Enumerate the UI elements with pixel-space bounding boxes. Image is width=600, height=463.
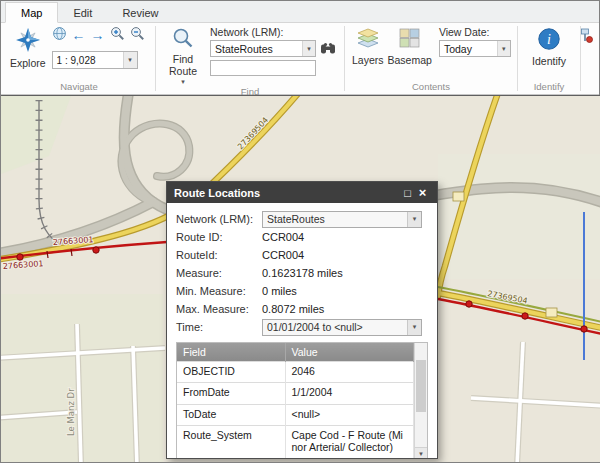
field-row-network: Network (LRM): StateRoutes ▾ (176, 210, 428, 228)
field-row-max-measure: Max. Measure: 0.8072 miles (176, 300, 428, 318)
ribbon-body: Explore ← → (1, 23, 599, 95)
field-label: Min. Measure: (176, 285, 262, 297)
field-cell: Route_System (177, 426, 285, 458)
layers-label: Layers (352, 55, 384, 67)
field-label: Network (LRM): (176, 213, 262, 225)
network-lrm-combo[interactable]: StateRoutes ▾ (210, 40, 316, 57)
field-label: Route ID: (176, 231, 262, 243)
map-scale-combo[interactable]: 1 : 9,028 ▾ (52, 51, 138, 69)
route-locations-dialog: Route Locations □ × Network (LRM): State… (166, 181, 438, 459)
field-value: CCR004 (262, 231, 304, 243)
table-row[interactable]: OBJECTID 2046 (177, 362, 414, 383)
time-select[interactable]: 01/01/2004 to <null> ▾ (262, 319, 422, 336)
network-lrm-value: StateRoutes (215, 43, 273, 55)
identify-label: Identify (532, 56, 566, 68)
zoom-out-icon[interactable] (130, 26, 145, 45)
table-row[interactable]: Route_System Cape Cod - F Route (Minor A… (177, 426, 414, 458)
value-cell: <null> (285, 404, 414, 425)
chevron-down-icon: ▾ (407, 212, 421, 227)
find-route-button[interactable]: Find Route ▾ (161, 26, 205, 86)
field-label: Time: (176, 321, 262, 333)
field-value: CCR004 (262, 249, 304, 261)
chevron-down-icon: ▾ (181, 78, 185, 85)
point-event-tool-icon[interactable] (578, 28, 594, 48)
basemap-label: Basemap (388, 55, 432, 67)
view-date-combo[interactable]: Today ▾ (439, 40, 511, 57)
table-scrollbar[interactable]: ▼ (414, 343, 427, 458)
field-row-routeid: RouteId: CCR004 (176, 246, 428, 264)
field-row-time: Time: 01/01/2004 to <null> ▾ (176, 318, 428, 336)
table-header-row: Field Value (177, 343, 414, 362)
chevron-down-icon: ▾ (497, 41, 510, 56)
table-row[interactable]: ToDate <null> (177, 404, 414, 425)
group-contents: Layers Basemap (345, 23, 517, 94)
view-date-label: View Date: (439, 26, 512, 40)
next-extent-icon[interactable]: → (91, 28, 105, 42)
network-lrm-label: Network (LRM): (210, 26, 336, 40)
map-canvas[interactable]: 27663001 27663001 27369504 27369504 Le M… (1, 95, 600, 462)
field-value: 0.1623178 miles (262, 267, 343, 279)
dialog-body: Network (LRM): StateRoutes ▾ Route ID: C… (167, 203, 437, 458)
chevron-down-icon: ▾ (123, 52, 137, 68)
view-date-value: Today (444, 43, 472, 55)
maximize-icon[interactable]: □ (400, 187, 415, 199)
value-cell: 1/1/2004 (285, 383, 414, 404)
field-row-measure: Measure: 0.1623178 miles (176, 264, 428, 282)
field-value: 0 miles (262, 285, 297, 297)
binoculars-icon[interactable] (320, 42, 336, 55)
field-row-route-id: Route ID: CCR004 (176, 228, 428, 246)
field-row-min-measure: Min. Measure: 0 miles (176, 282, 428, 300)
info-icon: i (537, 27, 561, 54)
explore-button[interactable]: Explore (8, 26, 48, 71)
identify-button[interactable]: i Identify (530, 26, 568, 69)
field-label: Measure: (176, 267, 262, 279)
attribute-table: Field Value OBJECTID 2046 FromDate (176, 342, 428, 458)
close-icon[interactable]: × (415, 185, 430, 200)
app-window: Map Edit Review (0, 0, 600, 463)
table-row[interactable]: FromDate 1/1/2004 (177, 383, 414, 404)
value-cell: Cape Cod - F Route (Minor Arterial/ Coll… (285, 426, 414, 458)
group-navigate: Explore ← → (3, 23, 155, 94)
explore-label: Explore (10, 58, 46, 70)
tab-edit[interactable]: Edit (58, 3, 107, 22)
column-header-field[interactable]: Field (177, 343, 285, 362)
previous-extent-icon[interactable]: ← (72, 28, 86, 42)
chevron-down-icon: ▾ (302, 41, 315, 56)
field-label: RouteId: (176, 249, 262, 261)
value-cell: 2046 (285, 362, 414, 383)
layers-button[interactable]: Layers (350, 26, 386, 68)
find-route-label: Find Route (163, 54, 203, 78)
basemap-icon (398, 27, 422, 53)
street-label: Le Manz Dr (66, 388, 76, 436)
field-value: 0.8072 miles (262, 303, 324, 315)
zoom-in-icon[interactable] (110, 26, 125, 45)
field-label: Max. Measure: (176, 303, 262, 315)
scroll-down-icon[interactable]: ▼ (415, 447, 427, 458)
group-find: Find Route ▾ Network (LRM): StateRoutes … (156, 23, 344, 94)
group-label-navigate: Navigate (3, 81, 155, 94)
tab-map[interactable]: Map (5, 2, 58, 23)
field-cell: FromDate (177, 383, 285, 404)
ribbon-tab-bar: Map Edit Review (1, 1, 599, 23)
time-select-value: 01/01/2004 to <null> (267, 321, 363, 333)
dialog-title-bar[interactable]: Route Locations □ × (167, 182, 437, 203)
chevron-down-icon: ▾ (407, 320, 421, 335)
column-header-value[interactable]: Value (285, 343, 414, 362)
svg-text:i: i (547, 32, 551, 47)
field-cell: ToDate (177, 404, 285, 425)
tab-review[interactable]: Review (107, 3, 173, 22)
globe-icon[interactable] (52, 26, 67, 45)
map-scale-value: 1 : 9,028 (57, 55, 96, 66)
field-cell: OBJECTID (177, 362, 285, 383)
scrollbar-thumb[interactable] (416, 360, 426, 412)
network-select-value: StateRoutes (267, 213, 325, 225)
dialog-title: Route Locations (174, 187, 400, 199)
compass-icon (15, 27, 41, 56)
route-input[interactable] (210, 60, 316, 76)
basemap-button[interactable]: Basemap (386, 26, 434, 68)
network-select[interactable]: StateRoutes ▾ (262, 211, 422, 228)
magnifier-icon (172, 27, 194, 52)
layers-icon (356, 27, 380, 53)
group-identify: i Identify Identify (518, 23, 580, 94)
group-label-contents: Contents (345, 81, 517, 94)
